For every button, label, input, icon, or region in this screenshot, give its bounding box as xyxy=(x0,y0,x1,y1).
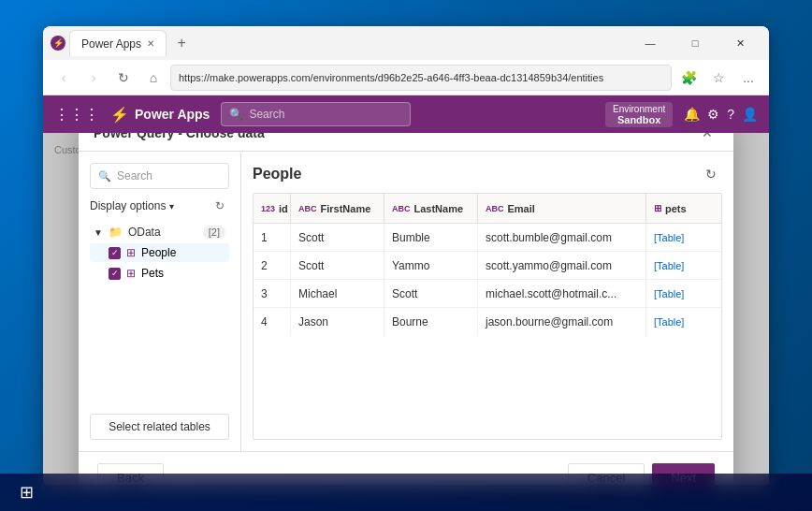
expand-icon: ▼ xyxy=(94,227,103,238)
address-bar[interactable]: https://make.powerapps.com/environments/… xyxy=(170,65,672,91)
forward-button[interactable]: › xyxy=(80,65,107,91)
tab-close-icon[interactable]: ✕ xyxy=(147,38,154,49)
settings-icon[interactable]: ⚙ xyxy=(707,107,719,122)
browser-tab[interactable]: Power Apps ✕ xyxy=(69,30,167,56)
dialog-data-panel: People ↻ 123 id xyxy=(241,152,733,451)
pets-checkbox[interactable]: ✓ xyxy=(109,268,121,280)
cell-pets-2[interactable]: [Table] xyxy=(646,252,721,279)
favorites-icon[interactable]: ☆ xyxy=(705,65,732,91)
table-icon-people: ⊞ xyxy=(126,246,136,259)
odata-label: OData xyxy=(128,226,161,239)
col-email-label: Email xyxy=(508,203,535,214)
select-related-button[interactable]: Select related tables xyxy=(90,414,229,440)
tree-item-odata[interactable]: ▼ 📁 OData [2] xyxy=(90,223,229,241)
cell-firstname-3: Michael xyxy=(291,280,384,307)
table-row[interactable]: 2 Scott Yammo scott.yammo@gmail.com [Tab… xyxy=(254,252,721,280)
cell-id-3: 3 xyxy=(254,280,291,307)
tree-item-pets[interactable]: ✓ ⊞ Pets xyxy=(90,264,229,283)
cell-firstname-2: Scott xyxy=(291,252,384,279)
cell-pets-1[interactable]: [Table] xyxy=(646,224,721,251)
env-line1: Environment xyxy=(613,104,665,114)
col-firstname-label: FirstName xyxy=(321,203,371,214)
search-icon: 🔍 xyxy=(98,170,111,182)
user-avatar[interactable]: 👤 xyxy=(742,107,758,122)
col-lastname-label: LastName xyxy=(414,203,464,214)
data-refresh-button[interactable]: ↻ xyxy=(700,163,722,185)
table-row[interactable]: 4 Jason Bourne jason.bourne@gmail.com [T… xyxy=(254,308,721,336)
window-controls: — □ ✕ xyxy=(629,28,761,58)
people-checkbox[interactable]: ✓ xyxy=(109,247,121,259)
col-header-lastname: ABC LastName xyxy=(384,194,478,223)
close-button[interactable]: ✕ xyxy=(718,28,761,58)
col-header-firstname: ABC FirstName xyxy=(291,194,384,223)
power-query-dialog: Power Query - Choose data ✕ 🔍 Search xyxy=(79,133,733,485)
odata-badge: [2] xyxy=(203,226,225,239)
desktop: ⚡ Power Apps ✕ + — □ ✕ ‹ › ↻ ⌂ https://m… xyxy=(0,0,812,511)
new-tab-button[interactable]: + xyxy=(170,32,193,54)
table-row[interactable]: 3 Michael Scott michael.scott@hotmail.c.… xyxy=(254,280,721,308)
browser-window: ⚡ Power Apps ✕ + — □ ✕ ‹ › ↻ ⌂ https://m… xyxy=(43,26,769,485)
taskbar: ⊞ xyxy=(0,474,812,511)
maximize-button[interactable]: □ xyxy=(674,28,717,58)
brand-label: Power Apps xyxy=(135,107,210,122)
sidebar-bottom: Select related tables xyxy=(90,406,229,440)
notifications-icon[interactable]: 🔔 xyxy=(684,107,700,122)
cell-id-1: 1 xyxy=(254,224,291,251)
help-icon[interactable]: ? xyxy=(727,107,734,122)
cell-pets-3[interactable]: [Table] xyxy=(646,280,721,307)
tab-label: Power Apps xyxy=(81,37,141,51)
start-button[interactable]: ⊞ xyxy=(7,474,45,511)
title-bar: ⚡ Power Apps ✕ + — □ ✕ xyxy=(43,26,769,60)
pets-label: Pets xyxy=(141,267,164,280)
col-header-email: ABC Email xyxy=(478,194,646,223)
email-type-icon: ABC xyxy=(486,204,504,213)
sidebar-search-input[interactable]: 🔍 Search xyxy=(90,163,229,189)
dialog-body: 🔍 Search Display options ▾ ↻ xyxy=(79,152,733,451)
table-header: 123 id ABC FirstName ABC xyxy=(254,194,721,224)
display-options: Display options ▾ ↻ xyxy=(90,197,229,215)
dialog-title-bar: Power Query - Choose data ✕ xyxy=(79,133,733,152)
cell-firstname-4: Jason xyxy=(291,308,384,336)
col-pets-label: pets xyxy=(665,203,687,214)
minimize-button[interactable]: — xyxy=(629,28,672,58)
browser-favicon: ⚡ xyxy=(51,36,65,51)
cell-firstname-1: Scott xyxy=(291,224,384,251)
col-id-label: id xyxy=(279,203,288,214)
environment-box: Environment Sandbox xyxy=(605,102,673,127)
waffle-icon[interactable]: ⋮⋮⋮ xyxy=(54,106,99,124)
folder-icon: 📁 xyxy=(109,226,123,239)
display-options-label: Display options xyxy=(90,199,166,212)
cell-id-4: 4 xyxy=(254,308,291,336)
back-button[interactable]: ‹ xyxy=(51,65,77,91)
cell-lastname-4: Bourne xyxy=(384,308,478,336)
extensions-icon[interactable]: 🧩 xyxy=(675,65,702,91)
brand-logo: ⚡ Power Apps xyxy=(110,106,210,124)
firstname-type-icon: ABC xyxy=(298,204,317,213)
lastname-type-icon: ABC xyxy=(392,204,411,213)
search-icon: 🔍 xyxy=(229,108,243,121)
cell-lastname-3: Scott xyxy=(384,280,478,307)
dialog-overlay: Power Query - Choose data ✕ 🔍 Search xyxy=(43,133,769,485)
refresh-button[interactable]: ↻ xyxy=(110,65,137,91)
env-line2: Sandbox xyxy=(613,114,665,125)
cell-pets-4[interactable]: [Table] xyxy=(646,308,721,336)
data-header-row: People ↻ xyxy=(253,163,722,185)
more-options-icon[interactable]: ... xyxy=(735,65,761,91)
cell-lastname-2: Yammo xyxy=(384,252,478,279)
cell-id-2: 2 xyxy=(254,252,291,279)
main-content: Custom Connectors Power Query - Choose d… xyxy=(43,133,769,485)
search-hint: Search xyxy=(117,169,152,182)
table-row[interactable]: 1 Scott Bumble scott.bumble@gmail.com [T… xyxy=(254,224,721,252)
pets-type-icon: ⊞ xyxy=(654,203,661,213)
tree-item-people[interactable]: ✓ ⊞ People xyxy=(90,243,229,262)
cell-email-3: michael.scott@hotmail.c... xyxy=(478,280,646,307)
nav-icons: 🧩 ☆ ... xyxy=(675,65,761,91)
pa-icons: 🔔 ⚙ ? 👤 xyxy=(684,107,758,122)
nav-bar: ‹ › ↻ ⌂ https://make.powerapps.com/envir… xyxy=(43,60,769,95)
search-placeholder: Search xyxy=(249,108,284,121)
powerapps-search[interactable]: 🔍 Search xyxy=(221,102,410,126)
sidebar-refresh-button[interactable]: ↻ xyxy=(210,197,229,215)
home-button[interactable]: ⌂ xyxy=(140,65,167,91)
cell-lastname-1: Bumble xyxy=(384,224,478,251)
dialog-close-button[interactable]: ✕ xyxy=(696,133,718,144)
